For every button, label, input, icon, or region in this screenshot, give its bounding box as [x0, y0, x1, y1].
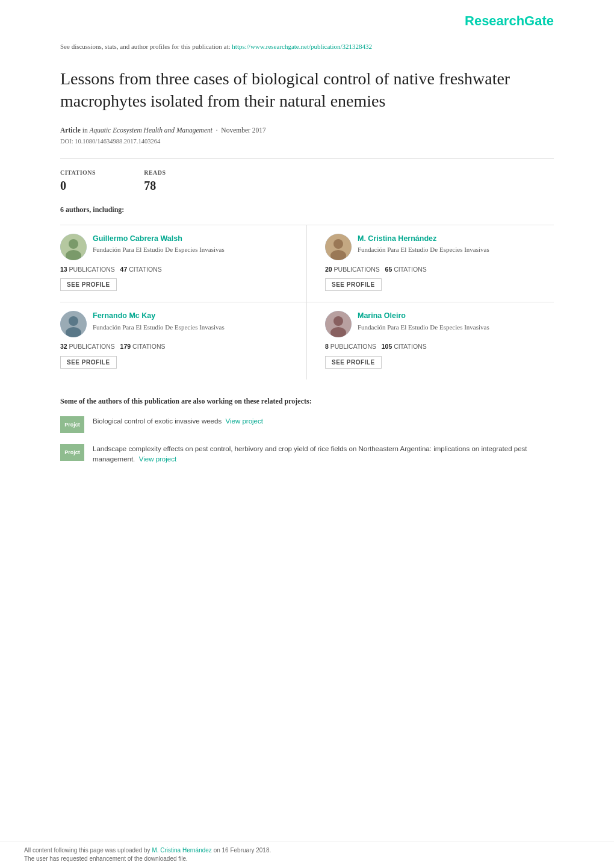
author-info-fernando: Fernando Mc Kay Fundación Para El Estudi… [93, 311, 225, 331]
avatar-marina [325, 311, 352, 337]
author-institution-guillermo: Fundación Para El Estudio De Especies In… [93, 245, 225, 254]
project-text-2: Landscape complexity effects on pest con… [93, 444, 554, 465]
see-discussions-text: See discussions, stats, and author profi… [60, 43, 231, 50]
author-top-cristina: M. Cristina Hernández Fundación Para El … [325, 234, 554, 260]
see-discussions-bar: See discussions, stats, and author profi… [60, 42, 554, 51]
author-institution-cristina: Fundación Para El Estudio De Especies In… [358, 245, 489, 254]
author-stats-marina: 8 PUBLICATIONS 105 CITATIONS [325, 342, 554, 351]
divider-1 [60, 158, 554, 159]
project-link-1[interactable]: View project [226, 417, 263, 425]
author-top-fernando: Fernando Mc Kay Fundación Para El Estudi… [60, 311, 288, 337]
fernando-pub-count: 32 [60, 343, 67, 350]
guillermo-pub-count: 13 [60, 266, 67, 273]
see-profile-cristina[interactable]: SEE PROFILE [325, 278, 382, 291]
author-name-fernando[interactable]: Fernando Mc Kay [93, 311, 225, 322]
svg-point-7 [69, 316, 78, 326]
guillermo-cite-count: 47 [120, 266, 128, 273]
author-name-guillermo[interactable]: Guillermo Cabrera Walsh [93, 234, 225, 245]
project-link-2[interactable]: View project [139, 455, 176, 463]
project-row-1: Projct Biological control of exotic inva… [60, 416, 554, 433]
reads-label: READS [144, 169, 166, 177]
project-thumb-label-2: Projct [64, 449, 80, 457]
svg-point-4 [333, 239, 343, 249]
publication-link[interactable]: https://www.researchgate.net/publication… [232, 43, 372, 50]
article-journal: Aquatic Ecosystem Health and Management [90, 126, 212, 134]
see-profile-guillermo[interactable]: SEE PROFILE [60, 278, 117, 291]
article-type: Article [60, 126, 81, 134]
researchgate-logo: ResearchGate [465, 12, 554, 31]
fernando-cite-count: 179 [120, 343, 131, 350]
cristina-cite-count: 65 [385, 266, 392, 273]
doi: DOI: 10.1080/14634988.2017.1403264 [60, 137, 554, 146]
cristina-pub-count: 20 [325, 266, 332, 273]
avatar-guillermo [60, 234, 87, 260]
project-description-1: Biological control of exotic invasive we… [93, 417, 222, 425]
project-thumb-2: Projct [60, 444, 84, 461]
author-name-cristina[interactable]: M. Cristina Hernández [358, 234, 489, 245]
author-stats-cristina: 20 PUBLICATIONS 65 CITATIONS [325, 265, 554, 274]
svg-point-1 [69, 239, 78, 249]
marina-pub-count: 8 [325, 343, 329, 350]
article-date: November 2017 [221, 126, 265, 134]
citations-block: CITATIONS 0 [60, 169, 96, 194]
author-top-guillermo: Guillermo Cabrera Walsh Fundación Para E… [60, 234, 288, 260]
author-institution-marina: Fundación Para El Estudio De Especies In… [358, 323, 489, 331]
project-thumb-1: Projct [60, 416, 84, 433]
article-preposition: in [82, 126, 88, 134]
citations-label: CITATIONS [60, 169, 96, 177]
svg-point-10 [333, 316, 343, 326]
author-info-guillermo: Guillermo Cabrera Walsh Fundación Para E… [93, 234, 225, 254]
see-profile-fernando[interactable]: SEE PROFILE [60, 356, 117, 369]
author-stats-fernando: 32 PUBLICATIONS 179 CITATIONS [60, 342, 288, 351]
page-container: ResearchGate See discussions, stats, and… [36, 0, 578, 511]
author-institution-fernando: Fundación Para El Estudio De Especies In… [93, 323, 225, 331]
authors-grid: Guillermo Cabrera Walsh Fundación Para E… [60, 225, 554, 379]
article-meta: Article in Aquatic Ecosystem Health and … [60, 125, 554, 135]
author-card-cristina: M. Cristina Hernández Fundación Para El … [307, 225, 554, 302]
reads-block: READS 78 [144, 169, 166, 194]
see-profile-marina[interactable]: SEE PROFILE [325, 356, 382, 369]
avatar-cristina [325, 234, 352, 260]
author-card-fernando: Fernando Mc Kay Fundación Para El Estudi… [60, 302, 307, 379]
authors-heading: 6 authors, including: [60, 205, 554, 215]
stats-row: CITATIONS 0 READS 78 [60, 169, 554, 194]
author-name-marina[interactable]: Marina Oleiro [358, 311, 489, 322]
author-info-marina: Marina Oleiro Fundación Para El Estudio … [358, 311, 489, 331]
reads-value: 78 [144, 177, 166, 194]
article-title: Lessons from three cases of biological c… [60, 68, 554, 112]
related-projects-heading: Some of the authors of this publication … [60, 396, 554, 407]
project-row-2: Projct Landscape complexity effects on p… [60, 444, 554, 465]
marina-cite-count: 105 [382, 343, 392, 350]
author-card-marina: Marina Oleiro Fundación Para El Estudio … [307, 302, 554, 379]
citations-value: 0 [60, 177, 96, 194]
author-card-guillermo: Guillermo Cabrera Walsh Fundación Para E… [60, 225, 307, 302]
author-top-marina: Marina Oleiro Fundación Para El Estudio … [325, 311, 554, 337]
author-stats-guillermo: 13 PUBLICATIONS 47 CITATIONS [60, 265, 288, 274]
project-thumb-label-1: Projct [64, 421, 80, 429]
project-text-1: Biological control of exotic invasive we… [93, 416, 263, 426]
avatar-fernando [60, 311, 87, 337]
author-info-cristina: M. Cristina Hernández Fundación Para El … [358, 234, 489, 254]
